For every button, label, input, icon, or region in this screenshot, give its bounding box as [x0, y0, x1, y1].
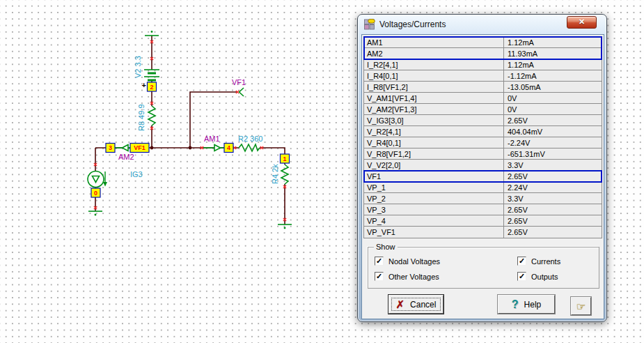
- ground-symbol[interactable]: [88, 211, 102, 215]
- table-row[interactable]: AM2 11.93mA: [364, 48, 602, 59]
- label-ig3: IG3: [130, 170, 143, 178]
- table-row[interactable]: VP_2 3.3V: [364, 193, 602, 204]
- row-value: 1.12mA: [504, 38, 602, 47]
- label-am1: AM1: [204, 135, 220, 143]
- node-box-vf1: VF1: [130, 144, 149, 153]
- row-value: -2.24V: [504, 139, 602, 147]
- resistor-R8[interactable]: [148, 106, 155, 125]
- table-row[interactable]: V_AM1[VF1,4] 0V: [364, 93, 602, 104]
- row-value: 3.3V: [504, 161, 602, 169]
- svg-text:1: 1: [283, 155, 286, 162]
- help-question-icon: ?: [512, 299, 519, 310]
- label-am2: AM2: [118, 153, 134, 161]
- table-row[interactable]: VP_1 2.24V: [364, 182, 602, 193]
- row-value: 2.65V: [504, 228, 602, 236]
- checkbox-check-icon[interactable]: ✓: [517, 272, 526, 281]
- dialog-icon: [364, 19, 375, 30]
- row-value: -1.12mA: [504, 72, 602, 80]
- row-name: V_R2[4,1]: [364, 126, 504, 137]
- svg-text:VF1: VF1: [134, 144, 146, 151]
- measurements-table: AM1 1.12mA AM2 11.93mA I_R2[4,1] 1.12mA …: [363, 36, 602, 238]
- row-value: 2.24V: [504, 183, 602, 192]
- table-row-highlighted[interactable]: VF1 2.65V: [364, 171, 602, 182]
- row-name: I_R2[4,1]: [364, 59, 504, 70]
- row-name: I_R8[VF1,2]: [364, 82, 504, 92]
- row-value: 2.65V: [504, 217, 602, 225]
- row-name: VP_4: [364, 215, 504, 226]
- table-row[interactable]: I_R2[4,1] 1.12mA: [364, 59, 602, 70]
- svg-text:4: 4: [227, 144, 230, 151]
- checkbox-currents[interactable]: ✓ Currents: [517, 257, 560, 266]
- resistor-R4[interactable]: [281, 165, 288, 184]
- close-icon: ✕: [579, 17, 585, 26]
- svg-text:3: 3: [109, 144, 112, 151]
- row-name: V_R8[VF1,2]: [364, 148, 504, 159]
- label-r8: R8 49.9: [137, 104, 146, 131]
- pointing-hand-icon: ☞: [576, 301, 586, 312]
- row-name: VP_1: [364, 182, 504, 192]
- checkbox-nodal-voltages[interactable]: ✓ Nodal Voltages: [375, 257, 440, 266]
- row-name: VP_3: [364, 204, 504, 215]
- checkbox-check-icon[interactable]: ✓: [375, 272, 384, 281]
- checkbox-other-voltages[interactable]: ✓ Other Voltages: [375, 272, 439, 281]
- checkbox-check-icon[interactable]: ✓: [375, 257, 384, 266]
- label-vf1-probe: VF1: [232, 78, 246, 86]
- table-row[interactable]: V_IG3[3,0] 2.65V: [364, 115, 602, 126]
- table-row[interactable]: V_R4[0,1] -2.24V: [364, 137, 602, 148]
- checkbox-outputs[interactable]: ✓ Outputs: [517, 272, 558, 281]
- label-r4: R4 2k: [271, 164, 279, 184]
- row-name: V_V2[2,0]: [364, 160, 504, 170]
- row-value: 2.65V: [504, 206, 602, 214]
- voltage-probe-pin[interactable]: [239, 88, 244, 96]
- row-value: 3.3V: [504, 195, 602, 203]
- row-name: AM1: [364, 37, 504, 47]
- ammeter-AM2[interactable]: [115, 145, 130, 151]
- row-value: 1.12mA: [504, 61, 602, 69]
- row-value: 11.93mA: [504, 49, 602, 58]
- pointer-hand-button[interactable]: ☞: [571, 297, 591, 315]
- junction-dot: [189, 146, 192, 150]
- table-row[interactable]: I_R8[VF1,2] -13.05mA: [364, 82, 602, 93]
- resistor-R2[interactable]: [239, 144, 260, 151]
- checkbox-label: Outputs: [531, 273, 558, 281]
- dialog-client-area: AM1 1.12mA AM2 11.93mA I_R2[4,1] 1.12mA …: [361, 34, 604, 319]
- help-button[interactable]: ? Help: [498, 295, 555, 314]
- table-row[interactable]: V_AM2[VF1,3] 0V: [364, 104, 602, 115]
- voltages-currents-dialog: Voltages/Currents ✕ AM1 1.12mA AM2 11.93…: [357, 14, 607, 322]
- row-value: 2.65V: [504, 116, 602, 125]
- row-name: VF1: [364, 171, 504, 181]
- checkbox-label: Currents: [531, 257, 560, 266]
- highlighted-group: AM1 1.12mA AM2 11.93mA: [364, 37, 602, 59]
- battery-V2[interactable]: [144, 70, 159, 80]
- table-row[interactable]: V_R2[4,1] 404.04mV: [364, 126, 602, 137]
- row-value: 404.04mV: [504, 128, 602, 136]
- battery-plus-sign: +: [142, 81, 146, 89]
- node-box-2: 2: [148, 82, 157, 91]
- table-row[interactable]: VP_4 2.65V: [364, 215, 602, 227]
- node-box-4: 4: [224, 144, 233, 153]
- table-row[interactable]: VP_3 2.65V: [364, 204, 602, 215]
- table-row[interactable]: I_R4[0,1] -1.12mA: [364, 70, 602, 82]
- dialog-title: Voltages/Currents: [379, 20, 446, 29]
- ammeter-AM1[interactable]: [203, 145, 224, 151]
- checkbox-label: Other Voltages: [388, 273, 439, 281]
- show-groupbox: Show ✓ Nodal Voltages ✓ Other Voltages ✓…: [368, 247, 599, 289]
- table-row[interactable]: V_R8[VF1,2] -651.31mV: [364, 148, 602, 160]
- show-groupbox-legend: Show: [374, 243, 398, 251]
- wire-net[interactable]: [95, 36, 285, 224]
- table-row[interactable]: V_V2[2,0] 3.3V: [364, 160, 602, 171]
- row-name: V_AM2[VF1,3]: [364, 104, 504, 114]
- row-value: 0V: [504, 105, 602, 114]
- cancel-button[interactable]: ✗ Cancel: [388, 295, 443, 314]
- table-row[interactable]: AM1 1.12mA: [364, 37, 602, 48]
- ground-symbol[interactable]: [278, 224, 292, 229]
- label-r2: R2 360: [238, 135, 262, 143]
- table-row[interactable]: VP_VF1 2.65V: [364, 227, 602, 238]
- row-value: -13.05mA: [504, 83, 602, 91]
- ground-symbol[interactable]: [145, 31, 159, 36]
- row-name: V_R4[0,1]: [364, 137, 504, 148]
- dialog-titlebar[interactable]: Voltages/Currents ✕: [358, 15, 606, 34]
- checkbox-check-icon[interactable]: ✓: [517, 257, 526, 266]
- close-button[interactable]: ✕: [567, 16, 597, 29]
- current-source-IG3[interactable]: [88, 172, 107, 188]
